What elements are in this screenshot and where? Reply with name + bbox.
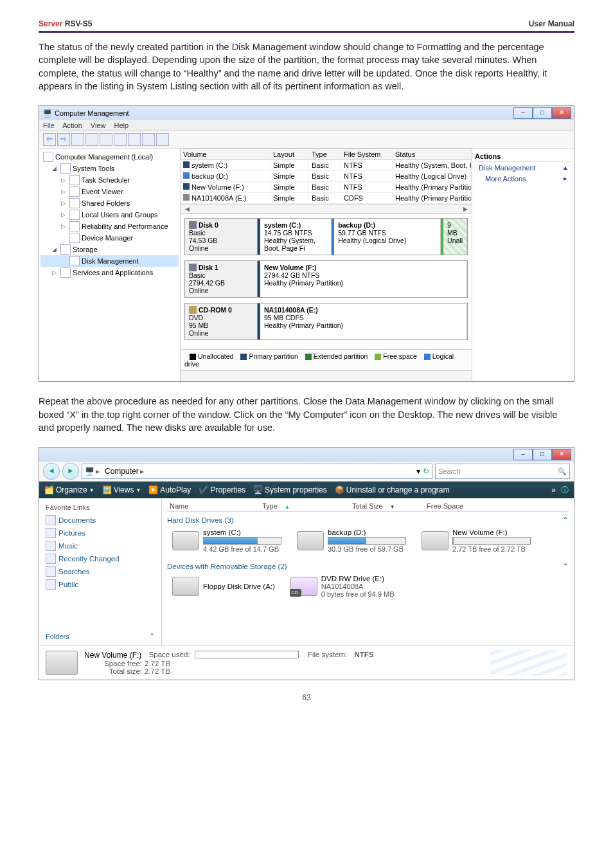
menu-help[interactable]: Help [114,122,129,129]
col-layout[interactable]: Layout [271,150,309,159]
search-icon[interactable]: 🔍 [558,467,567,476]
tools-icon [60,163,71,174]
tree-reliability[interactable]: ▷Reliability and Performance [40,221,179,232]
maximize-button[interactable]: □ [533,107,552,119]
details-pane: New Volume (F:) Space used: File system:… [39,646,574,680]
sidebar-public[interactable]: Public [46,578,155,591]
window-titlebar[interactable]: 🖥️ Computer Management – □ ✕ [39,106,574,120]
crumb-computer[interactable]: Computer▸ [105,467,145,476]
actions-more[interactable]: More Actions▸ [475,173,571,184]
organize-button[interactable]: 🗂️Organize▼ [44,485,94,494]
horizontal-scrollbar[interactable]: ◀▶ [181,204,472,214]
col-name[interactable]: Name [167,502,257,510]
computer-management-screenshot: 🖥️ Computer Management – □ ✕ File Action… [39,105,574,382]
toolbar-icon[interactable] [85,133,98,146]
sidebar-folders[interactable]: Folders⌃ [46,629,155,640]
group-removable[interactable]: Devices with Removable Storage (2)⌃ [167,562,569,571]
volume-row[interactable]: New Volume (F:)SimpleBasicNTFSHealthy (P… [181,182,472,193]
drive-e[interactable]: CD-ROM DVD RW Drive (E:) NA1014008A 0 by… [290,575,395,598]
sidebar-searches[interactable]: Searches [46,565,155,578]
help-icon[interactable]: ⓘ [561,485,569,496]
uninstall-button[interactable]: 📦Uninstall or change a program [335,485,450,494]
toolbar-icon[interactable] [142,133,155,146]
col-free-space[interactable]: Free Space [424,502,569,510]
drive-f[interactable]: New Volume (F:) 2.72 TB free of 2.72 TB [422,529,531,553]
system-properties-button[interactable]: 🖥️System properties [253,485,327,494]
col-volume[interactable]: Volume [181,150,271,159]
volume-row[interactable]: NA1014008A (E:)SimpleBasicCDFSHealthy (P… [181,193,472,204]
col-type[interactable]: Type [309,150,341,159]
sidebar-recently[interactable]: Recently Changed [46,552,155,565]
chevron-up-icon: ⌃ [562,516,569,525]
toolbar-icon[interactable] [114,133,127,146]
tree-root[interactable]: Computer Management (Local) [40,151,179,163]
forward-button[interactable]: ► [62,463,79,480]
menu-view[interactable]: View [91,122,106,129]
sysprops-icon: 🖥️ [253,485,263,494]
drive-c[interactable]: system (C:) 4.42 GB free of 14.7 GB [172,529,281,553]
views-button[interactable]: 🖼️Views▼ [102,485,141,494]
maximize-button[interactable]: □ [533,449,552,460]
minimize-button[interactable]: – [513,449,533,460]
menu-file[interactable]: File [43,122,55,129]
header-right: User Manual [529,19,574,28]
sidebar-music[interactable]: Music [46,539,155,552]
disk-label[interactable]: CD-ROM 0DVD95 MBOnline [185,303,258,339]
tree-local-users[interactable]: ▷Local Users and Groups [40,209,179,221]
actions-disk-management[interactable]: Disk Management▴ [475,162,571,173]
toolbar-icon[interactable] [128,133,141,146]
documents-icon [46,515,56,525]
dropdown-icon[interactable]: ▾ [416,467,420,476]
details-free: 2.72 TB [145,660,170,667]
drive-a[interactable]: Floppy Disk Drive (A:) [172,575,275,598]
autoplay-button[interactable]: ▶️AutoPlay [148,485,191,494]
back-icon[interactable]: ⇦ [43,133,56,146]
toolbar-icon[interactable] [71,133,84,146]
tree-system-tools[interactable]: ◢System Tools [40,163,179,174]
tree-disk-management[interactable]: Disk Management [40,255,179,267]
menu-action[interactable]: Action [62,122,82,129]
uninstall-icon: 📦 [335,485,344,494]
col-type[interactable]: Type ▲ [257,502,347,510]
group-hard-disks[interactable]: Hard Disk Drives (3)⌃ [167,516,569,525]
disk-label[interactable]: Disk 0Basic74.53 GBOnline [185,219,258,255]
col-status[interactable]: Status [393,150,472,159]
col-total-size[interactable]: Total Size ▼ [347,502,424,510]
volume-row[interactable]: system (C:)SimpleBasicNTFSHealthy (Syste… [181,160,472,171]
toolbar-icon[interactable] [100,133,112,146]
tree-storage[interactable]: ◢Storage [40,244,179,255]
drive-free: 0 bytes free of 94.9 MB [321,590,395,598]
back-button[interactable]: ◄ [43,463,60,480]
minimize-button[interactable]: – [513,107,533,119]
disk-label[interactable]: Disk 1Basic2794.42 GBOnline [185,261,258,297]
partition[interactable]: NA1014008A (E:)95 MB CDFSHealthy (Primar… [258,303,467,339]
tree-task-scheduler[interactable]: ▷Task Scheduler [40,174,179,186]
partition[interactable]: system (C:)14.75 GB NTFSHealthy (System,… [258,219,332,255]
properties-button[interactable]: ✔️Properties [199,485,245,494]
partition[interactable]: New Volume (F:)2794.42 GB NTFSHealthy (P… [258,261,467,297]
close-button[interactable]: ✕ [552,107,571,119]
drive-d[interactable]: backup (D:) 30.3 GB free of 59.7 GB [297,529,406,553]
volume-row[interactable]: backup (D:)SimpleBasicNTFSHealthy (Logic… [181,171,472,182]
close-button[interactable]: ✕ [552,449,571,460]
tree-shared-folders[interactable]: ▷Shared Folders [40,197,179,209]
drive-name: DVD RW Drive (E:) [321,575,395,583]
tree-event-viewer[interactable]: ▷Event Viewer [40,186,179,197]
model-label: RSV-S5 [65,19,93,28]
tree-device-manager[interactable]: Device Manager [40,232,179,244]
crumb-root[interactable]: 🖥️▸ [85,467,101,476]
col-filesystem[interactable]: File System [341,150,393,159]
pictures-icon [46,528,56,538]
chevron-right-icon[interactable]: » [551,485,556,494]
partition[interactable]: 9 MBUnall [441,219,467,255]
sidebar-pictures[interactable]: Pictures [46,527,155,539]
search-input[interactable]: Search 🔍 [435,464,570,479]
partition[interactable]: backup (D:)59.77 GB NTFSHealthy (Logical… [332,219,441,255]
forward-icon[interactable]: ⇨ [57,133,70,146]
breadcrumb[interactable]: 🖥️▸ Computer▸ ▾ ↻ [82,464,432,479]
window-titlebar[interactable]: – □ ✕ [39,448,574,462]
toolbar-icon[interactable] [156,133,169,146]
tree-services[interactable]: ▷Services and Applications [40,267,179,278]
refresh-icon[interactable]: ↻ [423,467,429,476]
sidebar-documents[interactable]: Documents [46,514,155,527]
